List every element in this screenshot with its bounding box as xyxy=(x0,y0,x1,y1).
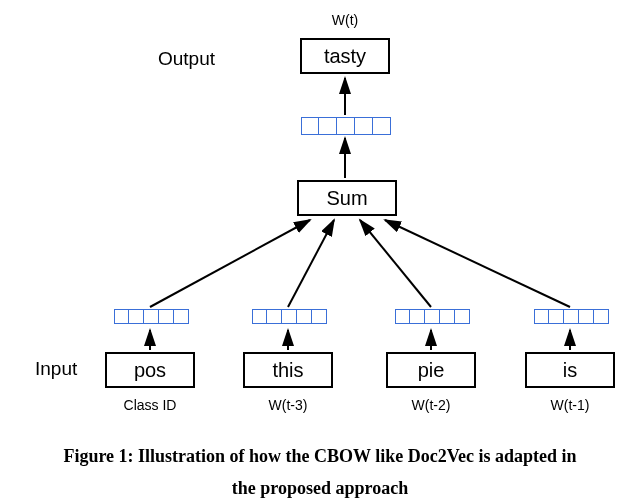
vector-cell xyxy=(174,309,189,324)
vector-cell xyxy=(252,309,267,324)
output-vector xyxy=(301,117,391,135)
vector-cell xyxy=(144,309,159,324)
figure-caption-line2: the proposed approach xyxy=(0,478,640,499)
input-vector-3 xyxy=(534,309,609,324)
input-word-box-0: pos xyxy=(105,352,195,388)
input-word-box-1: this xyxy=(243,352,333,388)
input-wt-3: W(t-1) xyxy=(525,397,615,413)
vector-cell xyxy=(564,309,579,324)
vector-cell xyxy=(312,309,327,324)
output-section-label: Output xyxy=(158,48,215,70)
input-word-box-3: is xyxy=(525,352,615,388)
sum-text: Sum xyxy=(326,187,367,210)
input-word-text-3: is xyxy=(563,359,577,382)
vector-cell xyxy=(410,309,425,324)
vector-cell xyxy=(534,309,549,324)
vector-cell xyxy=(337,117,355,135)
svg-line-2 xyxy=(150,220,310,307)
vector-cell xyxy=(549,309,564,324)
vector-cell xyxy=(440,309,455,324)
sum-box: Sum xyxy=(297,180,397,216)
input-word-text-1: this xyxy=(272,359,303,382)
svg-line-3 xyxy=(288,220,334,307)
vector-cell xyxy=(297,309,312,324)
vector-cell xyxy=(395,309,410,324)
arrows-svg xyxy=(0,0,640,504)
input-word-box-2: pie xyxy=(386,352,476,388)
input-wt-1: W(t-3) xyxy=(243,397,333,413)
wt-label-top: W(t) xyxy=(300,12,390,28)
vector-cell xyxy=(159,309,174,324)
vector-cell xyxy=(301,117,319,135)
svg-line-4 xyxy=(360,220,431,307)
input-word-text-2: pie xyxy=(418,359,445,382)
figure-caption-line1: Figure 1: Illustration of how the CBOW l… xyxy=(0,446,640,467)
output-word-text: tasty xyxy=(324,45,366,68)
vector-cell xyxy=(114,309,129,324)
vector-cell xyxy=(129,309,144,324)
vector-cell xyxy=(282,309,297,324)
diagram-stage: Output W(t) tasty Sum Input pos Class ID… xyxy=(0,0,640,504)
svg-line-5 xyxy=(385,220,570,307)
vector-cell xyxy=(373,117,391,135)
vector-cell xyxy=(355,117,373,135)
vector-cell xyxy=(319,117,337,135)
output-word-box: tasty xyxy=(300,38,390,74)
input-wt-0: Class ID xyxy=(105,397,195,413)
input-vector-1 xyxy=(252,309,327,324)
input-vector-2 xyxy=(395,309,470,324)
vector-cell xyxy=(455,309,470,324)
vector-cell xyxy=(594,309,609,324)
vector-cell xyxy=(579,309,594,324)
input-vector-0 xyxy=(114,309,189,324)
vector-cell xyxy=(267,309,282,324)
vector-cell xyxy=(425,309,440,324)
input-word-text-0: pos xyxy=(134,359,166,382)
input-section-label: Input xyxy=(35,358,77,380)
input-wt-2: W(t-2) xyxy=(386,397,476,413)
